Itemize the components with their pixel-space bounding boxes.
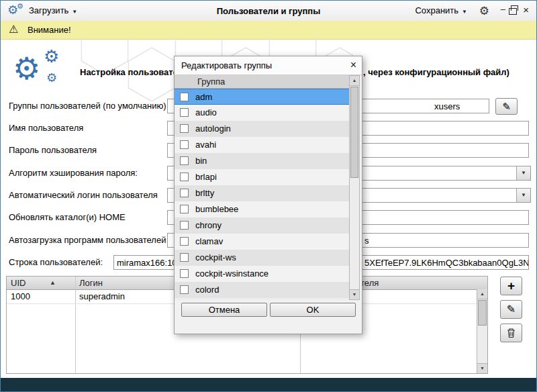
- group-checkbox[interactable]: [180, 189, 189, 197]
- save-menu-button[interactable]: Сохранить▼: [415, 5, 467, 15]
- gear-icon: ⚙: [17, 2, 23, 11]
- window-title: Пользователи и группы: [135, 6, 402, 16]
- update-home-label: Обновлять каталог(и) HOME: [9, 212, 126, 222]
- group-checkbox[interactable]: [180, 253, 189, 262]
- table-cell-uid: 1000: [11, 291, 30, 301]
- group-row[interactable]: autologin: [175, 121, 349, 137]
- sort-ascending-icon: ▲: [50, 279, 56, 286]
- group-checkbox[interactable]: [180, 93, 189, 101]
- table-cell-login: superadmin: [79, 291, 125, 301]
- group-row[interactable]: chrony: [175, 217, 349, 234]
- default-groups-label: Группы пользователей (по умолчанию): [9, 101, 166, 111]
- group-name: autologin: [195, 124, 231, 134]
- scrollbar-thumb[interactable]: [350, 87, 358, 178]
- group-row[interactable]: bumblebee: [175, 201, 349, 217]
- delete-user-button[interactable]: [500, 324, 522, 342]
- add-user-button[interactable]: +: [500, 277, 522, 295]
- group-row[interactable]: adm: [175, 89, 349, 105]
- group-checkbox[interactable]: [180, 205, 189, 213]
- ok-button[interactable]: OK: [270, 303, 356, 317]
- table-scrollbar[interactable]: ▲ ▼: [477, 289, 487, 373]
- page-logo-gears: ⚙ ⚙ ⚙: [10, 46, 84, 96]
- group-name: cockpit-ws: [195, 252, 236, 262]
- group-name: chrony: [195, 220, 222, 230]
- chevron-down-icon: ▼: [72, 9, 77, 15]
- top-toolbar: ⚙ ⚙ Загрузить▼ Пользователи и группы Сох…: [1, 1, 536, 21]
- group-row[interactable]: brltty: [175, 185, 349, 201]
- gear-icon: ⚙: [13, 50, 40, 87]
- group-checkbox[interactable]: [180, 237, 189, 246]
- warning-text: Внимание!: [28, 25, 71, 35]
- edit-groups-dialog: Редактировать группы × Группа admaudioau…: [174, 56, 362, 334]
- pencil-icon: ✎: [502, 101, 511, 112]
- group-row[interactable]: bin: [175, 153, 349, 169]
- close-button[interactable]: ×: [523, 4, 529, 15]
- app-window: ⚙ ⚙ Загрузить▼ Пользователи и группы Сох…: [0, 0, 537, 392]
- hash-algorithm-label: Алгоритм хэширования пароля:: [9, 168, 138, 178]
- group-name: brlapi: [195, 172, 217, 182]
- group-checkbox[interactable]: [180, 156, 189, 165]
- group-name: bumblebee: [195, 204, 238, 214]
- page-title: Настройка пользовате: [80, 67, 178, 77]
- group-row[interactable]: avahi: [175, 137, 349, 153]
- settings-gear-icon[interactable]: ⚙: [479, 4, 489, 18]
- group-row[interactable]: colord: [175, 282, 349, 298]
- scroll-up-icon[interactable]: ▲: [477, 289, 487, 299]
- status-footer: [1, 378, 536, 391]
- gear-icon: ⚙: [46, 70, 57, 85]
- group-row[interactable]: brlapi: [175, 169, 349, 185]
- autostart-label: Автозагрузка программ пользователей: [9, 235, 166, 245]
- dialog-titlebar: Редактировать группы ×: [175, 56, 362, 75]
- edit-groups-button[interactable]: ✎: [495, 98, 518, 115]
- app-logo-gears-icon: ⚙ ⚙: [7, 3, 18, 17]
- load-menu-label: Загрузить: [29, 5, 68, 15]
- group-row[interactable]: cockpit-ws: [175, 250, 349, 266]
- group-name: clamav: [195, 236, 223, 246]
- group-name: brltty: [195, 188, 214, 198]
- chevron-down-icon: ▼: [462, 9, 467, 15]
- chevron-down-icon[interactable]: ▼: [516, 166, 530, 180]
- gear-icon: ⚙: [44, 46, 59, 67]
- group-column-header: Группа: [175, 75, 349, 89]
- scroll-down-icon[interactable]: ▼: [350, 289, 359, 299]
- group-checkbox[interactable]: [180, 269, 189, 278]
- group-row[interactable]: cockpit-wsinstance: [175, 266, 349, 282]
- column-header-uid[interactable]: UID: [11, 278, 26, 288]
- page-title-continued: , через конфигурационный файл): [363, 67, 509, 77]
- dialog-title: Редактировать группы: [181, 60, 272, 70]
- group-checkbox[interactable]: [180, 124, 189, 133]
- scrollbar-thumb[interactable]: [478, 300, 487, 326]
- group-checkbox[interactable]: [180, 140, 189, 149]
- maximize-button[interactable]: [509, 8, 517, 15]
- group-name: cockpit-wsinstance: [195, 268, 268, 279]
- group-row[interactable]: clamav: [175, 234, 349, 250]
- group-checkbox[interactable]: [180, 173, 189, 181]
- group-name: audio: [195, 107, 217, 117]
- auto-login-label: Автоматический логин пользователя: [9, 190, 158, 200]
- users-string-value-right: 5XEfTeEP7.9LK6HmQC3bkabaan0QgL3N: [364, 258, 529, 268]
- edit-user-button[interactable]: ✎: [500, 300, 522, 319]
- dialog-scrollbar[interactable]: ▲ ▼: [349, 75, 360, 300]
- save-menu-label: Сохранить: [415, 5, 458, 15]
- cancel-button[interactable]: Отмена: [181, 303, 267, 317]
- group-checkbox[interactable]: [180, 108, 189, 117]
- user-password-label: Пароль пользователя: [9, 145, 97, 155]
- scroll-down-icon[interactable]: ▼: [477, 363, 487, 373]
- dialog-close-icon[interactable]: ×: [350, 59, 356, 71]
- trash-icon: [506, 328, 516, 338]
- group-row[interactable]: audio: [175, 105, 349, 121]
- group-checkbox[interactable]: [180, 221, 189, 230]
- chevron-down-icon[interactable]: ▼: [516, 189, 530, 202]
- plus-icon: +: [507, 279, 515, 293]
- users-string-value-left: miramax166:10: [117, 258, 177, 268]
- users-string-label: Строка пользователей:: [9, 257, 103, 267]
- scroll-up-icon[interactable]: ▲: [350, 76, 359, 86]
- group-name: avahi: [195, 140, 216, 150]
- group-name: adm: [195, 92, 212, 102]
- autostart-value: s: [364, 236, 369, 246]
- load-menu-button[interactable]: Загрузить▼: [29, 5, 77, 15]
- pencil-icon: ✎: [507, 303, 516, 315]
- column-header-login[interactable]: Логин: [79, 278, 103, 288]
- minimize-button[interactable]: –: [501, 4, 505, 14]
- group-checkbox[interactable]: [180, 285, 189, 294]
